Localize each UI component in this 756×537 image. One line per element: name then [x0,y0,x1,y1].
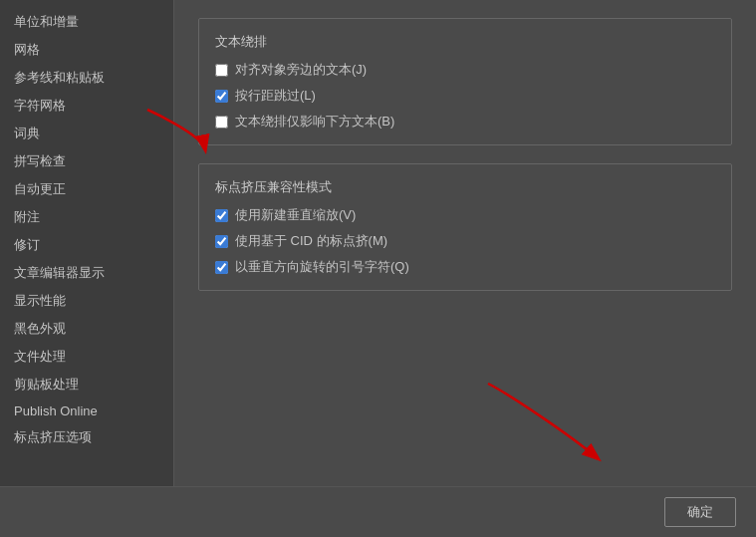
sidebar-item-units[interactable]: 单位和增量 [0,8,173,36]
sidebar-item-dict[interactable]: 词典 [0,120,173,147]
skip-leading-checkbox[interactable] [215,90,228,103]
sidebar-item-publish[interactable]: Publish Online [0,399,173,423]
kinsoku-section: 标点挤压兼容性模式 使用新建垂直缩放(V) 使用基于 CID 的标点挤(M) 以… [198,163,732,291]
wrap-below-row: 文本绕排仅影响下方文本(B) [215,113,715,131]
align-adjacent-label[interactable]: 对齐对象旁边的文本(J) [235,61,367,79]
sidebar-item-grid[interactable]: 网格 [0,36,173,64]
wrap-below-checkbox[interactable] [215,116,228,129]
sidebar-item-display[interactable]: 显示性能 [0,287,173,315]
sidebar-item-guides[interactable]: 参考线和粘贴板 [0,64,173,92]
rotate-vertical-checkbox[interactable] [215,261,228,274]
use-cid-label[interactable]: 使用基于 CID 的标点挤(M) [235,232,387,250]
sidebar-item-file[interactable]: 文件处理 [0,343,173,371]
skip-leading-label[interactable]: 按行距跳过(L) [235,87,316,105]
wrap-below-label[interactable]: 文本绕排仅影响下方文本(B) [235,113,394,131]
dialog-footer: 确定 [0,486,756,537]
align-adjacent-checkbox[interactable] [215,64,228,77]
text-wrap-section: 文本绕排 对齐对象旁边的文本(J) 按行距跳过(L) 文本绕排仅影响下方文本(B… [198,18,732,145]
sidebar-item-story[interactable]: 文章编辑器显示 [0,259,173,287]
skip-leading-row: 按行距跳过(L) [215,87,715,105]
use-cid-checkbox[interactable] [215,235,228,248]
sidebar: 单位和增量网格参考线和粘贴板字符网格词典拼写检查自动更正附注修订文章编辑器显示显… [0,0,174,486]
sidebar-item-kinsoku[interactable]: 标点挤压选项 [0,423,173,451]
rotate-vertical-row: 以垂直方向旋转的引号字符(Q) [215,258,715,276]
use-new-vertical-label[interactable]: 使用新建垂直缩放(V) [235,206,356,224]
text-wrap-title: 文本绕排 [215,33,715,51]
sidebar-item-appearance[interactable]: 黑色外观 [0,315,173,343]
ok-button[interactable]: 确定 [664,497,736,527]
preferences-dialog: 单位和增量网格参考线和粘贴板字符网格词典拼写检查自动更正附注修订文章编辑器显示显… [0,0,756,537]
use-new-vertical-row: 使用新建垂直缩放(V) [215,206,715,224]
sidebar-item-spell[interactable]: 拼写检查 [0,147,173,175]
dialog-body: 单位和增量网格参考线和粘贴板字符网格词典拼写检查自动更正附注修订文章编辑器显示显… [0,0,756,486]
sidebar-item-clipboard[interactable]: 剪贴板处理 [0,371,173,399]
main-content: 文本绕排 对齐对象旁边的文本(J) 按行距跳过(L) 文本绕排仅影响下方文本(B… [174,0,756,486]
rotate-vertical-label[interactable]: 以垂直方向旋转的引号字符(Q) [235,258,409,276]
use-new-vertical-checkbox[interactable] [215,209,228,222]
align-adjacent-row: 对齐对象旁边的文本(J) [215,61,715,79]
sidebar-item-autocorrect[interactable]: 自动更正 [0,175,173,203]
kinsoku-title: 标点挤压兼容性模式 [215,178,715,196]
use-cid-row: 使用基于 CID 的标点挤(M) [215,232,715,250]
sidebar-item-notes[interactable]: 附注 [0,203,173,231]
sidebar-item-font[interactable]: 字符网格 [0,92,173,120]
sidebar-item-revisions[interactable]: 修订 [0,231,173,259]
